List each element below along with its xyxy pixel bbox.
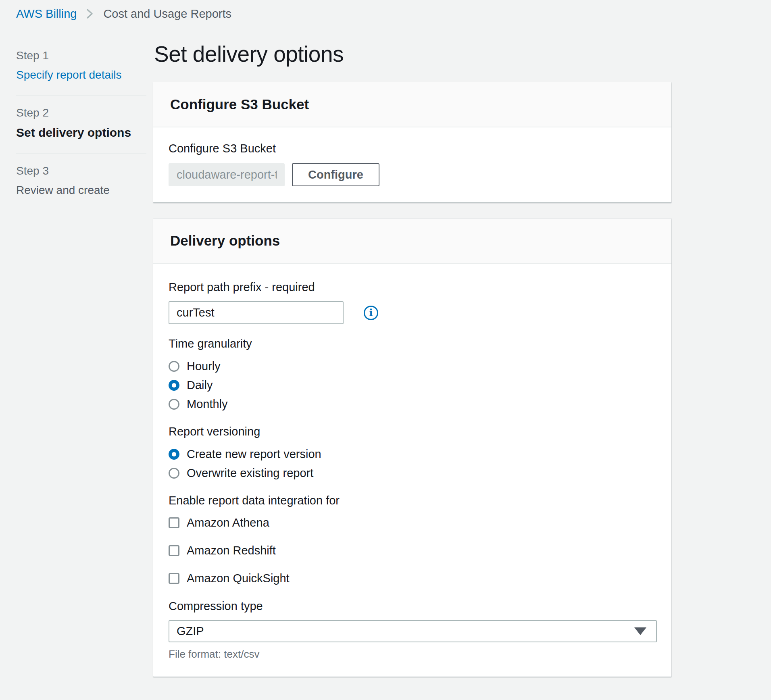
delivery-card-body: Report path prefix - required i Time gra… xyxy=(153,264,671,677)
breadcrumb-chevron-icon xyxy=(85,8,94,20)
report-path-prefix-input[interactable] xyxy=(169,301,344,324)
info-icon[interactable]: i xyxy=(364,306,378,320)
checkbox-amazon-redshift[interactable]: Amazon Redshift xyxy=(169,544,654,557)
checkbox-amazon-quicksight[interactable]: Amazon QuickSight xyxy=(169,572,654,585)
integration-label: Enable report data integration for xyxy=(169,494,654,507)
wizard-steps-sidebar: Step 1 Specify report details Step 2 Set… xyxy=(16,21,146,210)
checkbox-amazon-quicksight-label: Amazon QuickSight xyxy=(187,572,290,585)
s3-card-title: Configure S3 Bucket xyxy=(170,96,654,112)
step2-title: Set delivery options xyxy=(16,126,146,140)
radio-hourly[interactable]: Hourly xyxy=(169,357,654,376)
radio-daily-label: Daily xyxy=(187,379,213,392)
radio-overwrite-existing-label: Overwrite existing report xyxy=(187,467,313,480)
checkbox-amazon-quicksight-icon[interactable] xyxy=(169,573,179,584)
checkbox-amazon-athena-icon[interactable] xyxy=(169,517,179,528)
radio-monthly-label: Monthly xyxy=(187,398,228,411)
checkbox-amazon-athena-label: Amazon Athena xyxy=(187,516,269,529)
breadcrumb: AWS Billing Cost and Usage Reports xyxy=(0,0,771,21)
radio-create-new-version-label: Create new report version xyxy=(187,448,321,461)
breadcrumb-link-aws-billing[interactable]: AWS Billing xyxy=(16,7,77,21)
s3-card-body: Configure S3 Bucket Configure xyxy=(153,127,671,202)
sidebar-item-step1[interactable]: Step 1 Specify report details xyxy=(16,44,146,96)
sidebar-item-step3: Step 3 Review and create xyxy=(16,154,146,210)
s3-bucket-field-label: Configure S3 Bucket xyxy=(169,142,654,155)
report-versioning-label: Report versioning xyxy=(169,425,654,438)
configure-button[interactable]: Configure xyxy=(292,163,379,186)
radio-monthly-icon[interactable] xyxy=(169,399,179,410)
checkbox-amazon-redshift-label: Amazon Redshift xyxy=(187,544,276,557)
main-content: Set delivery options Configure S3 Bucket… xyxy=(153,21,671,700)
radio-hourly-label: Hourly xyxy=(187,360,221,373)
step2-number: Step 2 xyxy=(16,106,146,119)
delivery-card-header: Delivery options xyxy=(153,219,671,264)
s3-card-header: Configure S3 Bucket xyxy=(153,82,671,127)
delivery-card-title: Delivery options xyxy=(170,233,654,249)
radio-monthly[interactable]: Monthly xyxy=(169,395,654,414)
radio-daily-icon[interactable] xyxy=(169,380,179,391)
step1-title-link[interactable]: Specify report details xyxy=(16,69,146,81)
checkbox-amazon-athena[interactable]: Amazon Athena xyxy=(169,516,654,529)
compression-type-select[interactable]: GZIP xyxy=(169,620,657,642)
sidebar-item-step2: Step 2 Set delivery options xyxy=(16,96,146,154)
delivery-options-card: Delivery options Report path prefix - re… xyxy=(153,219,671,677)
chevron-down-icon xyxy=(634,627,646,635)
radio-hourly-icon[interactable] xyxy=(169,361,179,372)
radio-create-new-version[interactable]: Create new report version xyxy=(169,445,654,464)
step3-number: Step 3 xyxy=(16,165,146,177)
radio-daily[interactable]: Daily xyxy=(169,376,654,395)
s3-bucket-name-input xyxy=(169,163,285,186)
compression-type-label: Compression type xyxy=(169,600,654,613)
report-path-prefix-label: Report path prefix - required xyxy=(169,281,654,294)
breadcrumb-current: Cost and Usage Reports xyxy=(103,7,231,21)
radio-overwrite-existing[interactable]: Overwrite existing report xyxy=(169,464,654,483)
file-format-help-text: File format: text/csv xyxy=(169,648,654,660)
step1-number: Step 1 xyxy=(16,49,146,62)
checkbox-amazon-redshift-icon[interactable] xyxy=(169,545,179,556)
configure-s3-bucket-card: Configure S3 Bucket Configure S3 Bucket … xyxy=(153,82,671,202)
step3-title: Review and create xyxy=(16,184,146,197)
compression-type-value: GZIP xyxy=(177,625,634,638)
radio-create-new-version-icon[interactable] xyxy=(169,449,179,460)
time-granularity-label: Time granularity xyxy=(169,337,654,350)
page-title: Set delivery options xyxy=(154,41,671,67)
radio-overwrite-existing-icon[interactable] xyxy=(169,468,179,479)
